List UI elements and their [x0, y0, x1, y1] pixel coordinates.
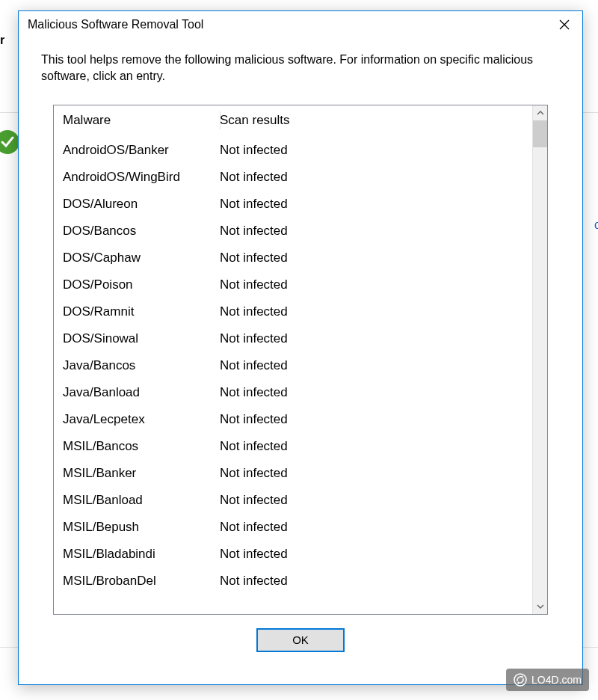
scan-result: Not infected — [220, 164, 523, 191]
malware-name: DOS/Ramnit — [63, 298, 220, 325]
dialog-description: This tool helps remove the following mal… — [41, 52, 560, 85]
dialog-title: Malicious Software Removal Tool — [28, 18, 203, 31]
chevron-up-icon — [537, 109, 544, 117]
list-rows-container: AndroidOS/BankerNot infectedAndroidOS/Wi… — [54, 137, 532, 595]
scan-result: Not infected — [220, 433, 523, 460]
scan-result: Not infected — [220, 406, 523, 433]
scan-result: Not infected — [220, 298, 523, 325]
list-item[interactable]: MSIL/BancosNot infected — [63, 433, 523, 460]
list-item[interactable]: DOS/AlureonNot infected — [63, 191, 523, 218]
list-item[interactable]: DOS/RamnitNot infected — [63, 298, 523, 325]
msrt-dialog: Malicious Software Removal Tool This too… — [18, 10, 583, 685]
malware-name: Java/Lecpetex — [63, 406, 220, 433]
watermark-text: LO4D.com — [531, 674, 582, 686]
malware-name: Java/Bancos — [63, 352, 220, 379]
scan-result: Not infected — [220, 137, 523, 164]
titlebar: Malicious Software Removal Tool — [19, 11, 582, 38]
scan-result: Not infected — [220, 271, 523, 298]
scan-result: Not infected — [220, 218, 523, 245]
header-separator — [220, 111, 221, 129]
watermark: LO4D.com — [506, 669, 589, 691]
list-item[interactable]: MSIL/BladabindiNot infected — [63, 541, 523, 568]
close-button[interactable] — [546, 11, 582, 38]
button-row: OK — [41, 615, 560, 666]
scan-result: Not infected — [220, 568, 523, 595]
scrollbar — [532, 105, 547, 614]
list-content: Malware Scan results AndroidOS/BankerNot… — [54, 105, 532, 614]
scan-result: Not infected — [220, 379, 523, 406]
scroll-up-button[interactable] — [533, 105, 547, 120]
list-item[interactable]: DOS/SinowalNot infected — [63, 325, 523, 352]
scan-result: Not infected — [220, 325, 523, 352]
malware-name: MSIL/Bladabindi — [63, 541, 220, 568]
scan-result: Not infected — [220, 245, 523, 271]
malware-name: AndroidOS/WingBird — [63, 164, 220, 191]
list-item[interactable]: MSIL/BepushNot infected — [63, 514, 523, 541]
list-item[interactable]: DOS/BancosNot infected — [63, 218, 523, 245]
backdrop-partial-letter: o — [594, 218, 598, 232]
backdrop-partial-text: r — [0, 34, 4, 47]
malware-name: DOS/Poison — [63, 271, 220, 298]
malware-name: DOS/Caphaw — [63, 245, 220, 271]
malware-name: MSIL/Banload — [63, 487, 220, 514]
scan-result: Not infected — [220, 487, 523, 514]
list-item[interactable]: MSIL/BankerNot infected — [63, 460, 523, 487]
list-header: Malware Scan results — [54, 105, 532, 137]
list-item[interactable]: Java/BancosNot infected — [63, 352, 523, 379]
svg-marker-5 — [517, 681, 519, 684]
scroll-down-button[interactable] — [533, 599, 547, 614]
malware-name: DOS/Bancos — [63, 218, 220, 245]
column-header-results[interactable]: Scan results — [220, 113, 523, 128]
list-item[interactable]: MSIL/BrobanDelNot infected — [63, 568, 523, 595]
ok-button[interactable]: OK — [256, 628, 345, 652]
malware-name: DOS/Sinowal — [63, 325, 220, 352]
malware-name: DOS/Alureon — [63, 191, 220, 218]
malware-name: AndroidOS/Banker — [63, 137, 220, 164]
scan-result: Not infected — [220, 460, 523, 487]
watermark-icon — [514, 673, 527, 687]
svg-marker-4 — [522, 675, 523, 678]
list-item[interactable]: Java/LecpetexNot infected — [63, 406, 523, 433]
malware-name: Java/Banload — [63, 379, 220, 406]
svg-point-3 — [514, 674, 526, 686]
chevron-down-icon — [537, 603, 544, 610]
scroll-thumb[interactable] — [533, 120, 547, 147]
malware-name: MSIL/Bancos — [63, 433, 220, 460]
malware-name: MSIL/Banker — [63, 460, 220, 487]
list-item[interactable]: DOS/CaphawNot infected — [63, 245, 523, 271]
list-item[interactable]: AndroidOS/BankerNot infected — [63, 137, 523, 164]
malware-list: Malware Scan results AndroidOS/BankerNot… — [53, 105, 548, 615]
list-item[interactable]: AndroidOS/WingBirdNot infected — [63, 164, 523, 191]
list-item[interactable]: MSIL/BanloadNot infected — [63, 487, 523, 514]
close-icon — [559, 19, 570, 30]
malware-name: MSIL/BrobanDel — [63, 568, 220, 595]
scan-result: Not infected — [220, 191, 523, 218]
scan-result: Not infected — [220, 352, 523, 379]
list-item[interactable]: DOS/PoisonNot infected — [63, 271, 523, 298]
dialog-body: This tool helps remove the following mal… — [19, 38, 582, 684]
column-header-malware[interactable]: Malware — [63, 113, 220, 128]
list-item[interactable]: Java/BanloadNot infected — [63, 379, 523, 406]
scan-result: Not infected — [220, 514, 523, 541]
malware-name: MSIL/Bepush — [63, 514, 220, 541]
scroll-track[interactable] — [533, 120, 547, 599]
scan-result: Not infected — [220, 541, 523, 568]
